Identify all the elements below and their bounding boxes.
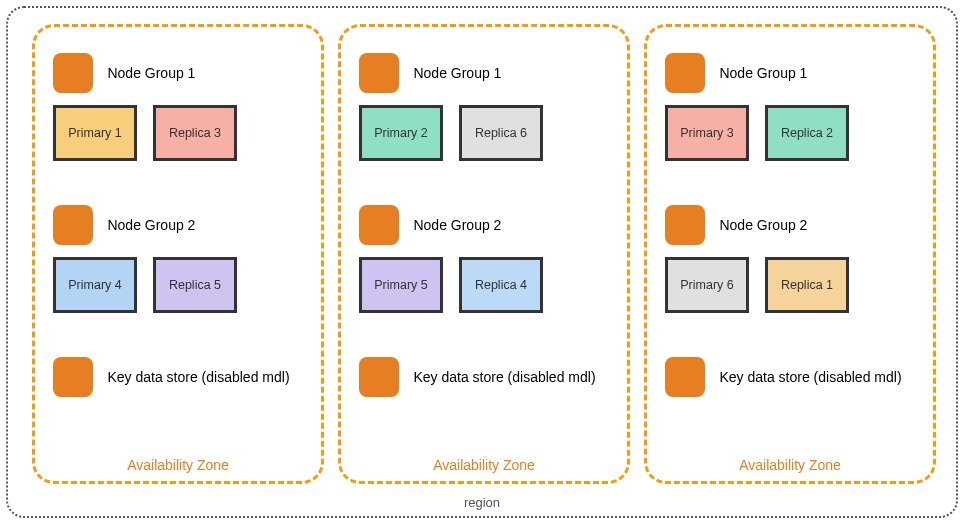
node-row: Primary 3 Replica 2	[665, 105, 921, 161]
primary-node: Primary 6	[665, 257, 749, 313]
cache-icon	[359, 357, 399, 397]
replica-node: Replica 4	[459, 257, 543, 313]
group-label: Node Group 2	[413, 217, 501, 233]
cache-icon	[665, 357, 705, 397]
node-group-1: Node Group 1 Primary 2 Replica 6	[359, 53, 615, 161]
cache-icon	[53, 205, 93, 245]
replica-node: Replica 6	[459, 105, 543, 161]
node-group-2: Node Group 2 Primary 5 Replica 4	[359, 205, 615, 313]
replica-node: Replica 2	[765, 105, 849, 161]
replica-node: Replica 1	[765, 257, 849, 313]
primary-node: Primary 5	[359, 257, 443, 313]
group-label: Key data store (disabled mdl)	[719, 369, 901, 385]
node-row: Primary 4 Replica 5	[53, 257, 309, 313]
az-label: Availability Zone	[739, 457, 841, 473]
node-group-3: Key data store (disabled mdl)	[665, 357, 921, 397]
cache-icon	[359, 53, 399, 93]
az-label: Availability Zone	[433, 457, 535, 473]
group-label: Key data store (disabled mdl)	[107, 369, 289, 385]
node-row: Primary 1 Replica 3	[53, 105, 309, 161]
region-label: region	[464, 495, 500, 510]
group-label: Node Group 2	[719, 217, 807, 233]
primary-node: Primary 1	[53, 105, 137, 161]
region-container: region Availability Zone Node Group 1 Pr…	[6, 6, 958, 518]
cache-icon	[359, 205, 399, 245]
node-row: Primary 2 Replica 6	[359, 105, 615, 161]
group-label: Node Group 2	[107, 217, 195, 233]
cache-icon	[665, 53, 705, 93]
node-row: Primary 6 Replica 1	[665, 257, 921, 313]
primary-node: Primary 2	[359, 105, 443, 161]
group-label: Node Group 1	[719, 65, 807, 81]
replica-node: Replica 5	[153, 257, 237, 313]
cache-icon	[53, 357, 93, 397]
node-group-1: Node Group 1 Primary 3 Replica 2	[665, 53, 921, 161]
cache-icon	[53, 53, 93, 93]
primary-node: Primary 4	[53, 257, 137, 313]
cache-icon	[665, 205, 705, 245]
availability-zone-2: Availability Zone Node Group 1 Primary 2…	[338, 24, 630, 484]
node-group-2: Node Group 2 Primary 4 Replica 5	[53, 205, 309, 313]
group-label: Node Group 1	[413, 65, 501, 81]
node-group-2: Node Group 2 Primary 6 Replica 1	[665, 205, 921, 313]
node-group-3: Key data store (disabled mdl)	[53, 357, 309, 397]
group-label: Key data store (disabled mdl)	[413, 369, 595, 385]
availability-zone-3: Availability Zone Node Group 1 Primary 3…	[644, 24, 936, 484]
primary-node: Primary 3	[665, 105, 749, 161]
node-group-3: Key data store (disabled mdl)	[359, 357, 615, 397]
az-label: Availability Zone	[127, 457, 229, 473]
node-group-1: Node Group 1 Primary 1 Replica 3	[53, 53, 309, 161]
replica-node: Replica 3	[153, 105, 237, 161]
availability-zone-1: Availability Zone Node Group 1 Primary 1…	[32, 24, 324, 484]
group-label: Node Group 1	[107, 65, 195, 81]
node-row: Primary 5 Replica 4	[359, 257, 615, 313]
